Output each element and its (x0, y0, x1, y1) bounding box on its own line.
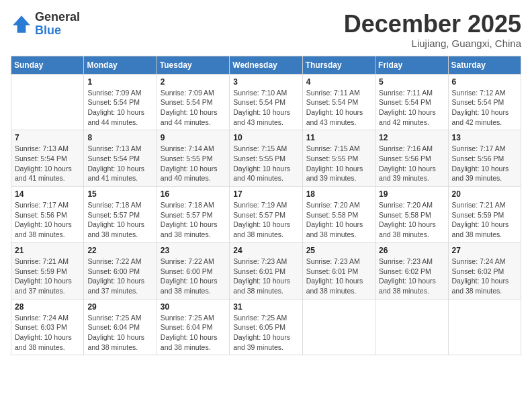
day-number: 6 (452, 77, 517, 87)
calendar-cell: 25Sunrise: 7:23 AM Sunset: 6:01 PM Dayli… (302, 242, 375, 299)
calendar-cell: 18Sunrise: 7:20 AM Sunset: 5:58 PM Dayli… (302, 187, 375, 243)
calendar-cell: 10Sunrise: 7:15 AM Sunset: 5:55 PM Dayli… (230, 130, 302, 187)
day-info: Sunrise: 7:16 AM Sunset: 5:56 PM Dayligh… (379, 144, 444, 183)
day-info: Sunrise: 7:22 AM Sunset: 6:00 PM Dayligh… (87, 257, 152, 296)
day-number: 27 (452, 246, 517, 255)
day-info: Sunrise: 7:20 AM Sunset: 5:58 PM Dayligh… (306, 200, 371, 240)
day-number: 16 (161, 189, 226, 199)
calendar-header-row: SundayMondayTuesdayWednesdayThursdayFrid… (11, 56, 521, 74)
day-info: Sunrise: 7:11 AM Sunset: 5:54 PM Dayligh… (379, 88, 444, 128)
day-info: Sunrise: 7:15 AM Sunset: 5:55 PM Dayligh… (306, 144, 371, 183)
page-header: General Blue December 2025 Liujiang, Gua… (11, 11, 521, 49)
day-info: Sunrise: 7:25 AM Sunset: 6:04 PM Dayligh… (161, 313, 226, 353)
day-number: 7 (15, 133, 80, 142)
calendar-cell: 14Sunrise: 7:17 AM Sunset: 5:56 PM Dayli… (11, 187, 84, 243)
logo-icon (11, 13, 32, 35)
logo-blue-text: Blue (35, 24, 80, 38)
location-text: Liujiang, Guangxi, China (344, 38, 521, 49)
weekday-header: Friday (375, 56, 448, 74)
calendar-week-row: 7Sunrise: 7:13 AM Sunset: 5:54 PM Daylig… (11, 130, 521, 187)
weekday-header: Thursday (302, 56, 375, 74)
day-info: Sunrise: 7:18 AM Sunset: 5:57 PM Dayligh… (87, 200, 152, 240)
day-info: Sunrise: 7:11 AM Sunset: 5:54 PM Dayligh… (306, 88, 371, 128)
calendar-week-row: 1Sunrise: 7:09 AM Sunset: 5:54 PM Daylig… (11, 74, 521, 130)
day-number: 25 (306, 246, 371, 255)
calendar-cell: 29Sunrise: 7:25 AM Sunset: 6:04 PM Dayli… (84, 299, 157, 355)
calendar-cell: 26Sunrise: 7:23 AM Sunset: 6:02 PM Dayli… (375, 242, 448, 299)
day-number: 24 (233, 246, 298, 255)
logo-general-text: General (35, 11, 80, 24)
logo: General Blue (11, 11, 80, 38)
calendar-week-row: 14Sunrise: 7:17 AM Sunset: 5:56 PM Dayli… (11, 187, 521, 243)
day-number: 30 (161, 302, 226, 312)
day-info: Sunrise: 7:25 AM Sunset: 6:05 PM Dayligh… (233, 313, 298, 353)
weekday-header: Monday (84, 56, 157, 74)
day-info: Sunrise: 7:10 AM Sunset: 5:54 PM Dayligh… (233, 88, 298, 128)
calendar-cell: 6Sunrise: 7:12 AM Sunset: 5:54 PM Daylig… (448, 74, 521, 130)
calendar-cell: 13Sunrise: 7:17 AM Sunset: 5:56 PM Dayli… (448, 130, 521, 187)
day-info: Sunrise: 7:21 AM Sunset: 5:59 PM Dayligh… (452, 200, 517, 240)
day-info: Sunrise: 7:18 AM Sunset: 5:57 PM Dayligh… (161, 200, 226, 240)
calendar-cell: 16Sunrise: 7:18 AM Sunset: 5:57 PM Dayli… (157, 187, 229, 243)
day-info: Sunrise: 7:21 AM Sunset: 5:59 PM Dayligh… (15, 257, 80, 296)
calendar-cell: 9Sunrise: 7:14 AM Sunset: 5:55 PM Daylig… (157, 130, 229, 187)
day-info: Sunrise: 7:25 AM Sunset: 6:04 PM Dayligh… (87, 313, 152, 353)
calendar-cell: 19Sunrise: 7:20 AM Sunset: 5:58 PM Dayli… (375, 187, 448, 243)
day-number: 17 (233, 189, 298, 199)
day-number: 26 (379, 246, 444, 255)
calendar-cell: 22Sunrise: 7:22 AM Sunset: 6:00 PM Dayli… (84, 242, 157, 299)
day-number: 14 (15, 189, 80, 199)
day-number: 13 (452, 133, 517, 142)
day-info: Sunrise: 7:22 AM Sunset: 6:00 PM Dayligh… (161, 257, 226, 296)
day-info: Sunrise: 7:09 AM Sunset: 5:54 PM Dayligh… (87, 88, 152, 128)
day-info: Sunrise: 7:23 AM Sunset: 6:01 PM Dayligh… (306, 257, 371, 296)
day-info: Sunrise: 7:14 AM Sunset: 5:55 PM Dayligh… (161, 144, 226, 183)
title-block: December 2025 Liujiang, Guangxi, China (344, 11, 521, 49)
svg-marker-0 (13, 15, 30, 33)
calendar-cell: 2Sunrise: 7:09 AM Sunset: 5:54 PM Daylig… (157, 74, 229, 130)
calendar-week-row: 28Sunrise: 7:24 AM Sunset: 6:03 PM Dayli… (11, 299, 521, 355)
day-number: 5 (379, 77, 444, 87)
day-number: 22 (87, 246, 152, 255)
calendar-cell: 8Sunrise: 7:13 AM Sunset: 5:54 PM Daylig… (84, 130, 157, 187)
calendar-table: SundayMondayTuesdayWednesdayThursdayFrid… (11, 56, 521, 356)
weekday-header: Wednesday (230, 56, 302, 74)
calendar-cell: 7Sunrise: 7:13 AM Sunset: 5:54 PM Daylig… (11, 130, 84, 187)
day-number: 10 (233, 133, 298, 142)
day-number: 12 (379, 133, 444, 142)
calendar-cell: 11Sunrise: 7:15 AM Sunset: 5:55 PM Dayli… (302, 130, 375, 187)
calendar-cell: 21Sunrise: 7:21 AM Sunset: 5:59 PM Dayli… (11, 242, 84, 299)
calendar-cell: 27Sunrise: 7:24 AM Sunset: 6:02 PM Dayli… (448, 242, 521, 299)
calendar-cell: 28Sunrise: 7:24 AM Sunset: 6:03 PM Dayli… (11, 299, 84, 355)
day-info: Sunrise: 7:17 AM Sunset: 5:56 PM Dayligh… (15, 200, 80, 240)
weekday-header: Saturday (448, 56, 521, 74)
calendar-cell: 23Sunrise: 7:22 AM Sunset: 6:00 PM Dayli… (157, 242, 229, 299)
calendar-cell: 3Sunrise: 7:10 AM Sunset: 5:54 PM Daylig… (230, 74, 302, 130)
calendar-cell: 12Sunrise: 7:16 AM Sunset: 5:56 PM Dayli… (375, 130, 448, 187)
day-number: 3 (233, 77, 298, 87)
day-number: 11 (306, 133, 371, 142)
calendar-cell (302, 299, 375, 355)
calendar-cell: 4Sunrise: 7:11 AM Sunset: 5:54 PM Daylig… (302, 74, 375, 130)
day-number: 9 (161, 133, 226, 142)
calendar-cell (11, 74, 84, 130)
day-number: 29 (87, 302, 152, 312)
weekday-header: Sunday (11, 56, 84, 74)
day-number: 28 (15, 302, 80, 312)
day-number: 23 (161, 246, 226, 255)
day-number: 19 (379, 189, 444, 199)
day-number: 8 (87, 133, 152, 142)
day-info: Sunrise: 7:24 AM Sunset: 6:03 PM Dayligh… (15, 313, 80, 353)
day-number: 1 (87, 77, 152, 87)
day-info: Sunrise: 7:23 AM Sunset: 6:01 PM Dayligh… (233, 257, 298, 296)
calendar-cell: 30Sunrise: 7:25 AM Sunset: 6:04 PM Dayli… (157, 299, 229, 355)
calendar-cell: 15Sunrise: 7:18 AM Sunset: 5:57 PM Dayli… (84, 187, 157, 243)
day-number: 31 (233, 302, 298, 312)
month-title: December 2025 (344, 11, 521, 38)
day-info: Sunrise: 7:15 AM Sunset: 5:55 PM Dayligh… (233, 144, 298, 183)
weekday-header: Tuesday (157, 56, 229, 74)
day-info: Sunrise: 7:19 AM Sunset: 5:57 PM Dayligh… (233, 200, 298, 240)
day-info: Sunrise: 7:09 AM Sunset: 5:54 PM Dayligh… (161, 88, 226, 128)
calendar-cell (375, 299, 448, 355)
day-info: Sunrise: 7:13 AM Sunset: 5:54 PM Dayligh… (87, 144, 152, 183)
